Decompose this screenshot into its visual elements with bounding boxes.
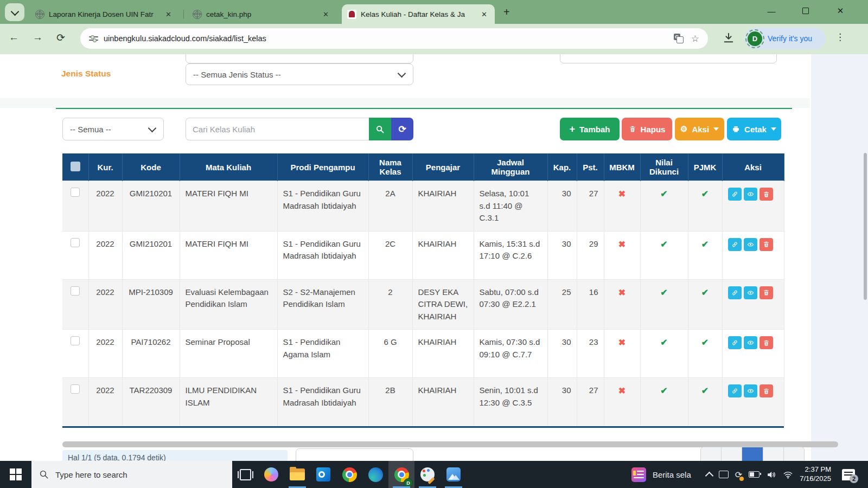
news-widget-icon[interactable] <box>631 467 646 482</box>
cell-kur: 2022 <box>88 378 122 426</box>
search-button[interactable] <box>369 118 391 140</box>
row-delete-button[interactable] <box>760 384 773 397</box>
pagination-next-button[interactable] <box>763 447 784 461</box>
cell-mata-kuliah: Seminar Proposal <box>180 330 277 378</box>
row-link-button[interactable] <box>728 188 742 201</box>
jenis-status-select[interactable]: -- Semua Jenis Status -- <box>186 63 413 85</box>
reload-icon[interactable]: ⟳ <box>56 31 65 44</box>
row-view-button[interactable] <box>744 286 757 299</box>
chrome-button[interactable] <box>336 461 362 488</box>
tab-search-button[interactable] <box>5 3 24 21</box>
edge-button[interactable] <box>362 461 388 488</box>
hapus-button[interactable]: Hapus <box>622 118 672 140</box>
row-view-button[interactable] <box>744 384 757 397</box>
tab-close-icon[interactable]: ✕ <box>163 9 174 20</box>
tray-chevron-icon[interactable] <box>706 471 712 479</box>
pagination-last-button[interactable] <box>784 447 804 461</box>
battery-icon[interactable] <box>749 471 760 478</box>
window-minimize-button[interactable]: — <box>759 0 784 22</box>
tab-cetak-kin[interactable]: cetak_kin.php ✕ <box>187 4 336 24</box>
check-icon: ✔ <box>660 189 667 198</box>
file-explorer-button[interactable] <box>284 461 310 488</box>
profile-badge: D <box>404 478 413 487</box>
tab-kelas-kuliah-active[interactable]: Kelas Kuliah - Daftar Kelas & Ja ✕ <box>342 4 495 24</box>
clipped-filter-select-left[interactable] <box>186 54 413 63</box>
tambah-button[interactable]: +Tambah <box>560 118 620 140</box>
start-button[interactable] <box>0 461 31 488</box>
cell-kur: 2022 <box>88 279 122 330</box>
cetak-dropdown-button[interactable]: Cetak <box>727 118 781 140</box>
row-link-button[interactable] <box>728 286 742 299</box>
tab-close-icon[interactable]: ✕ <box>321 9 331 20</box>
kebab-menu-icon[interactable]: ⋮ <box>835 31 845 43</box>
address-bar[interactable]: uinbengkulu.siakadcloud.com/siakad/list_… <box>80 28 708 49</box>
row-checkbox[interactable] <box>71 188 80 197</box>
refresh-button[interactable]: ⟳ <box>391 118 413 140</box>
row-link-button[interactable] <box>728 384 742 397</box>
row-link-button[interactable] <box>728 336 742 349</box>
cell-prodi-pengampu: S1 - Pendidikan Guru Madrasah Ibtidaiyah <box>277 378 368 426</box>
select-all-checkbox[interactable] <box>71 162 80 171</box>
cast-screen-icon[interactable] <box>719 471 729 478</box>
clipped-filter-select-right[interactable] <box>560 54 777 63</box>
row-view-button[interactable] <box>744 188 757 201</box>
refresh-icon: ⟳ <box>398 124 406 135</box>
row-delete-button[interactable] <box>760 336 773 349</box>
cell-aksi <box>722 181 784 232</box>
pagination-page-1-active[interactable] <box>742 447 763 461</box>
profile-chip[interactable]: D Verify it's you <box>744 28 826 49</box>
cell-kur: 2022 <box>88 330 122 378</box>
row-delete-button[interactable] <box>760 238 773 251</box>
row-checkbox[interactable] <box>71 336 80 345</box>
row-view-button[interactable] <box>744 238 757 251</box>
eye-icon <box>747 240 754 249</box>
cell-nama-kelas: 6 G <box>368 330 412 378</box>
pagination-prev-button[interactable] <box>722 447 742 461</box>
volume-icon[interactable] <box>766 470 776 480</box>
site-settings-icon[interactable] <box>89 34 98 43</box>
wifi-icon[interactable] <box>783 470 793 480</box>
paint-button[interactable] <box>414 461 441 488</box>
chrome-profile-button[interactable]: D <box>388 461 414 488</box>
row-delete-button[interactable] <box>760 188 773 201</box>
pagination-first-button[interactable] <box>701 447 722 461</box>
photos-button[interactable] <box>441 461 467 488</box>
taskbar-clock[interactable]: 2:37 PM 7/16/2025 <box>800 465 831 484</box>
row-delete-button[interactable] <box>760 286 773 299</box>
news-widget-label[interactable]: Berita sela <box>653 470 691 479</box>
kelas-table-wrapper: Kur.KodeMata KuliahProdi PengampuNama Ke… <box>62 153 784 428</box>
new-tab-button[interactable]: + <box>503 6 510 18</box>
tab-close-icon[interactable]: ✕ <box>479 9 489 20</box>
row-checkbox[interactable] <box>71 286 80 296</box>
outlook-icon <box>316 467 330 481</box>
col-header-pjmk: PJMK <box>688 153 722 181</box>
back-icon[interactable]: ← <box>9 31 19 43</box>
row-checkbox[interactable] <box>71 238 80 247</box>
cell-kap: 25 <box>547 279 577 330</box>
row-link-button[interactable] <box>728 238 742 251</box>
outlook-button[interactable] <box>310 461 336 488</box>
translate-icon[interactable]: G <box>674 34 684 43</box>
search-input[interactable] <box>186 118 369 140</box>
aksi-dropdown-button[interactable]: ⚙Aksi <box>675 118 724 140</box>
row-checkbox[interactable] <box>71 384 80 394</box>
col-header-nama-kelas: Nama Kelas <box>368 153 412 181</box>
copilot-button[interactable] <box>258 461 284 488</box>
url-text[interactable]: uinbengkulu.siakadcloud.com/siakad/list_… <box>104 34 674 43</box>
sync-icon[interactable]: ⟳ <box>735 470 742 480</box>
rows-per-page-select[interactable] <box>296 448 413 461</box>
forward-icon[interactable]: → <box>33 31 43 43</box>
vertical-scrollbar[interactable] <box>864 153 867 300</box>
bookmark-star-icon[interactable]: ☆ <box>691 33 699 44</box>
window-close-button[interactable]: ✕ <box>828 0 853 22</box>
row-view-button[interactable] <box>744 336 757 349</box>
task-view-button[interactable] <box>232 461 258 488</box>
download-icon[interactable] <box>723 32 735 44</box>
tab-title: Kelas Kuliah - Daftar Kelas & Ja <box>361 10 475 18</box>
notification-center-button[interactable]: 2 <box>842 469 855 480</box>
tab-laporan-kinerja[interactable]: Laporan Kinerja Dosen UIN Fatr ✕ <box>30 4 179 24</box>
window-restore-button[interactable] <box>793 0 818 22</box>
select-all-header[interactable] <box>62 153 88 181</box>
per-page-filter-select[interactable]: -- Semua -- <box>62 118 164 140</box>
taskbar-search[interactable]: Type here to search <box>31 461 232 488</box>
